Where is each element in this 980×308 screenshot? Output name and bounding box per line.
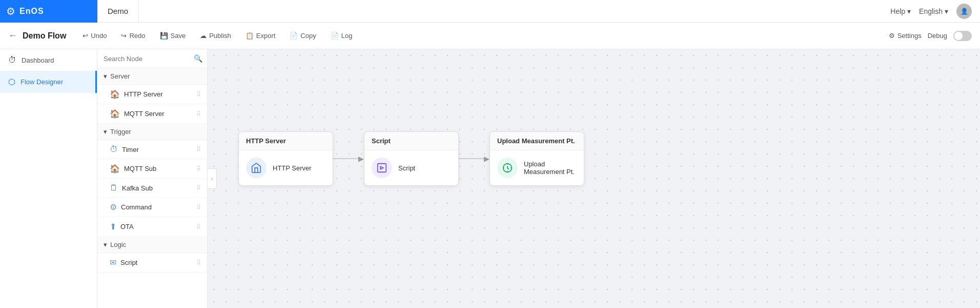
timer-icon: ⏱ bbox=[110, 145, 118, 154]
node-item-mqtt-server[interactable]: 🏠 MQTT Server ⠿ bbox=[97, 104, 207, 124]
publish-button[interactable]: ☁ Publish bbox=[194, 29, 237, 43]
toolbar-right: ⚙ Settings Debug bbox=[889, 31, 972, 41]
redo-label: Redo bbox=[129, 32, 145, 40]
http-server-node-icon bbox=[246, 158, 267, 178]
redo-icon: ↪ bbox=[121, 32, 127, 40]
mqtt-sub-icon: 🏠 bbox=[110, 164, 120, 174]
copy-button[interactable]: 📄 Copy bbox=[283, 29, 322, 43]
main-layout: ⏱ Dashboard ⬡ Flow Designer 🔍 ▾ Server 🏠… bbox=[0, 49, 980, 308]
arrow-icon: ▶ bbox=[484, 155, 489, 163]
timer-label: Timer bbox=[122, 146, 139, 153]
avatar[interactable]: 👤 bbox=[956, 4, 972, 19]
node-item-script[interactable]: ✉ Script ⠿ bbox=[97, 253, 207, 273]
node-item-command[interactable]: ⚙ Command ⠿ bbox=[97, 198, 207, 217]
drag-handle[interactable]: ⠿ bbox=[196, 204, 201, 211]
drag-handle[interactable]: ⠿ bbox=[196, 259, 201, 266]
logic-section-label: Logic bbox=[110, 241, 126, 248]
header-right: Help ▾ English ▾ 👤 bbox=[890, 4, 980, 19]
language-button[interactable]: English ▾ bbox=[919, 7, 948, 15]
drag-handle[interactable]: ⠿ bbox=[196, 184, 201, 191]
drag-handle[interactable]: ⠿ bbox=[196, 146, 201, 153]
flow-node-body: Script bbox=[364, 150, 458, 185]
flow-node-upload-measurement[interactable]: Upload Measurement Pt. Upload Measuremen… bbox=[489, 131, 584, 186]
node-panel: 🔍 ▾ Server 🏠 HTTP Server ⠿ 🏠 MQTT Server bbox=[97, 49, 208, 308]
left-nav: ⏱ Dashboard ⬡ Flow Designer bbox=[0, 49, 97, 308]
logic-section: ▾ Logic ✉ Script ⠿ bbox=[97, 237, 207, 273]
script-node-label: Script bbox=[398, 164, 415, 172]
log-icon: 📄 bbox=[331, 32, 339, 40]
caret-down-icon: ▾ bbox=[104, 128, 107, 136]
logo-icon: ⚙ bbox=[6, 5, 15, 17]
node-item-ota[interactable]: ⬆ OTA ⠿ bbox=[97, 217, 207, 237]
flow-node-body: Upload Measurement Pt. bbox=[490, 150, 584, 185]
flow-node-header: Upload Measurement Pt. bbox=[490, 132, 584, 150]
flow-node-header: HTTP Server bbox=[239, 132, 333, 150]
undo-button[interactable]: ↩ Undo bbox=[76, 29, 113, 43]
server-section-label: Server bbox=[110, 72, 130, 80]
arrow-icon: ▶ bbox=[358, 155, 364, 163]
flow-node-script[interactable]: Script Script bbox=[364, 131, 459, 186]
ota-label: OTA bbox=[120, 223, 134, 230]
mqtt-server-label: MQTT Server bbox=[124, 110, 165, 118]
save-button[interactable]: 💾 Save bbox=[154, 29, 192, 43]
copy-label: Copy bbox=[300, 32, 316, 40]
flow-node-header: Script bbox=[364, 132, 458, 150]
avatar-icon: 👤 bbox=[961, 8, 968, 15]
settings-label: Settings bbox=[897, 32, 922, 40]
node-item-http-server[interactable]: 🏠 HTTP Server ⠿ bbox=[97, 85, 207, 104]
search-input[interactable] bbox=[104, 55, 190, 63]
logo-area: ⚙ EnOS bbox=[0, 0, 97, 23]
export-label: Export bbox=[256, 32, 276, 40]
flow-designer-icon: ⬡ bbox=[8, 77, 15, 87]
settings-icon: ⚙ bbox=[889, 32, 895, 40]
chevron-down-icon: ▾ bbox=[945, 7, 948, 15]
http-server-node-label: HTTP Server bbox=[273, 164, 312, 172]
trigger-section-header[interactable]: ▾ Trigger bbox=[97, 124, 207, 140]
help-button[interactable]: Help ▾ bbox=[890, 7, 911, 15]
copy-icon: 📄 bbox=[290, 32, 298, 40]
collapse-panel-button[interactable]: ‹ bbox=[208, 168, 217, 189]
export-button[interactable]: 📋 Export bbox=[239, 29, 282, 43]
connector-line bbox=[459, 158, 487, 159]
node-item-kafka-sub[interactable]: 🗒 Kafka Sub ⠿ bbox=[97, 179, 207, 198]
dashboard-icon: ⏱ bbox=[8, 55, 16, 65]
node-item-mqtt-sub[interactable]: 🏠 MQTT Sub ⠿ bbox=[97, 159, 207, 179]
debug-toggle[interactable] bbox=[953, 31, 972, 41]
sub-header: ← Demo Flow ↩ Undo ↪ Redo 💾 Save ☁ Publi… bbox=[0, 23, 980, 49]
drag-handle[interactable]: ⠿ bbox=[196, 91, 201, 98]
logic-section-header[interactable]: ▾ Logic bbox=[97, 237, 207, 253]
script-icon: ✉ bbox=[110, 258, 116, 267]
connector-line bbox=[333, 158, 361, 159]
logo-text: EnOS bbox=[19, 7, 44, 16]
publish-label: Publish bbox=[209, 32, 231, 40]
flow-node-http-server[interactable]: HTTP Server HTTP Server bbox=[238, 131, 333, 186]
caret-down-icon: ▾ bbox=[104, 241, 107, 248]
undo-label: Undo bbox=[91, 32, 107, 40]
node-item-timer[interactable]: ⏱ Timer ⠿ bbox=[97, 140, 207, 159]
script-node-icon bbox=[372, 158, 392, 178]
log-label: Log bbox=[341, 32, 353, 40]
redo-button[interactable]: ↪ Redo bbox=[115, 29, 151, 43]
log-button[interactable]: 📄 Log bbox=[324, 29, 359, 43]
flow-node-body: HTTP Server bbox=[239, 150, 333, 185]
server-section-header[interactable]: ▾ Server bbox=[97, 68, 207, 85]
drag-handle[interactable]: ⠿ bbox=[196, 165, 201, 172]
back-button[interactable]: ← bbox=[8, 30, 17, 41]
mqtt-sub-label: MQTT Sub bbox=[124, 165, 156, 172]
command-icon: ⚙ bbox=[110, 202, 117, 212]
drag-handle[interactable]: ⠿ bbox=[196, 223, 201, 230]
flow-container: HTTP Server HTTP Server ▶ bbox=[238, 131, 584, 186]
mqtt-server-icon: 🏠 bbox=[110, 109, 120, 119]
connector-1: ▶ bbox=[333, 155, 364, 163]
settings-button[interactable]: ⚙ Settings bbox=[889, 32, 922, 40]
kafka-sub-label: Kafka Sub bbox=[122, 184, 153, 192]
trigger-section: ▾ Trigger ⏱ Timer ⠿ 🏠 MQTT Sub ⠿ 🗒 bbox=[97, 124, 207, 237]
help-label: Help bbox=[890, 7, 905, 15]
search-icon: 🔍 bbox=[194, 54, 202, 63]
nav-item-flow-designer[interactable]: ⬡ Flow Designer bbox=[0, 71, 97, 93]
nav-item-dashboard[interactable]: ⏱ Dashboard bbox=[0, 49, 97, 71]
drag-handle[interactable]: ⠿ bbox=[196, 110, 201, 118]
nav-label-flow-designer: Flow Designer bbox=[21, 78, 63, 86]
trigger-section-label: Trigger bbox=[110, 128, 131, 136]
canvas: ‹ HTTP Server HTTP Server bbox=[208, 49, 980, 308]
